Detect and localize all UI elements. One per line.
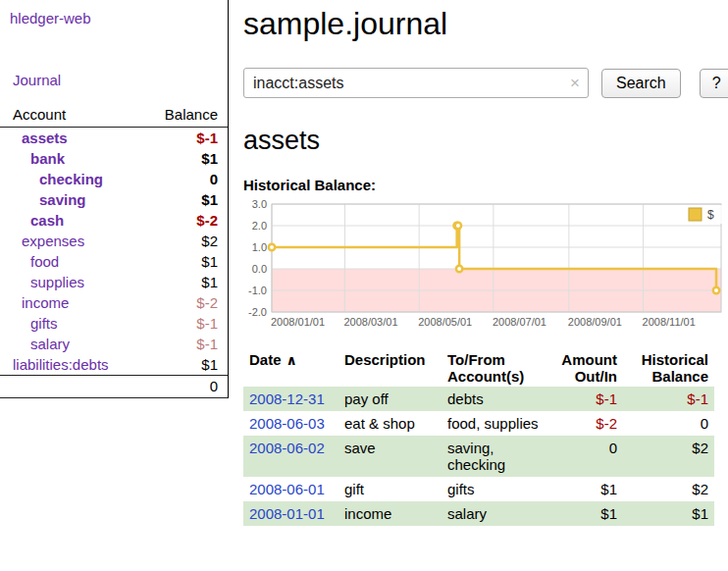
register-cell-description: save — [338, 436, 442, 477]
account-link[interactable]: salary — [30, 336, 70, 352]
register-cell-description: income — [338, 501, 442, 526]
register-row: 2008-06-01giftgifts$1$2 — [243, 477, 714, 501]
app-title-link[interactable]: hledger-web — [10, 10, 228, 26]
svg-text:-2.0: -2.0 — [248, 306, 267, 318]
accounts-total-row: 0 — [0, 376, 228, 398]
svg-text:2008/03/01: 2008/03/01 — [343, 316, 397, 328]
svg-text:3.0: 3.0 — [252, 198, 267, 210]
account-row: salary$-1 — [0, 334, 228, 354]
register-row: 2008-06-02savesaving, checking0$2 — [243, 436, 714, 477]
svg-text:-1.0: -1.0 — [248, 285, 267, 296]
search-input[interactable] — [243, 68, 589, 98]
app: hledger-web Journal Account Balance asse… — [0, 0, 728, 536]
search-box: × — [243, 68, 589, 98]
account-balance: $1 — [134, 251, 228, 272]
svg-text:2008/01/01: 2008/01/01 — [271, 316, 325, 328]
account-link[interactable]: liabilities:debts — [13, 356, 109, 373]
sidebar: hledger-web Journal Account Balance asse… — [0, 0, 229, 398]
account-balance: $1 — [134, 272, 228, 292]
search-button[interactable]: Search — [601, 69, 681, 98]
register-cell-description: eat & shop — [338, 411, 442, 436]
accounts-total-value: 0 — [134, 376, 228, 398]
register-col-amount: Amount Out/In — [552, 349, 623, 387]
transaction-date-link[interactable]: 2008-06-02 — [249, 440, 325, 456]
account-row: gifts$-1 — [0, 313, 228, 334]
register-cell-description: gift — [338, 477, 442, 501]
account-link[interactable]: bank — [30, 150, 65, 167]
accounts-total-spacer — [0, 376, 134, 398]
account-link[interactable]: saving — [39, 191, 86, 208]
register-row: 2008-12-31pay offdebts$-1$-1 — [243, 387, 714, 411]
svg-text:2008/09/01: 2008/09/01 — [568, 316, 622, 328]
svg-text:0.0: 0.0 — [252, 263, 267, 275]
transaction-date-link[interactable]: 2008-01-01 — [249, 505, 325, 522]
account-balance: $2 — [134, 231, 228, 251]
account-row: liabilities:debts$1 — [0, 354, 228, 376]
register-table: Date∧ Description To/From Account(s) Amo… — [243, 349, 714, 526]
chart-heading: Historical Balance: — [243, 177, 728, 193]
accounts-col-balance: Balance — [134, 104, 228, 128]
sidebar-item-journal[interactable]: Journal — [13, 72, 228, 88]
register-col-date[interactable]: Date∧ — [243, 349, 338, 387]
account-row: food$1 — [0, 251, 228, 272]
search-form: × Search ? — [243, 68, 728, 98]
register-col-balance: Historical Balance — [623, 349, 714, 387]
account-row: bank$1 — [0, 148, 228, 169]
account-row: cash$-2 — [0, 210, 228, 231]
account-link[interactable]: assets — [22, 130, 68, 146]
account-link[interactable]: supplies — [30, 274, 84, 290]
svg-text:2008/07/01: 2008/07/01 — [493, 316, 546, 328]
account-row: supplies$1 — [0, 272, 228, 292]
register-cell-date: 2008-12-31 — [243, 387, 338, 411]
account-row: assets$-1 — [0, 128, 228, 149]
register-cell-amount: $1 — [552, 477, 623, 501]
register-cell-accounts: debts — [442, 387, 552, 411]
account-balance: $1 — [134, 354, 228, 376]
account-heading: assets — [243, 126, 728, 156]
svg-text:$: $ — [707, 208, 714, 222]
register-col-date-label: Date — [249, 351, 282, 368]
register-cell-balance: $-1 — [623, 387, 714, 411]
transaction-date-link[interactable]: 2008-12-31 — [249, 390, 325, 407]
transaction-date-link[interactable]: 2008-06-03 — [249, 415, 325, 432]
register-cell-accounts: salary — [442, 501, 552, 526]
register-cell-amount: $1 — [552, 501, 623, 526]
clear-search-icon[interactable]: × — [570, 74, 580, 90]
account-balance: $-1 — [134, 334, 228, 354]
register-cell-accounts: food, supplies — [442, 411, 552, 436]
register-cell-amount: $-2 — [552, 411, 623, 436]
account-link[interactable]: checking — [39, 171, 103, 187]
register-col-description: Description — [338, 349, 442, 387]
main-content: sample.journal × Search ? assets Histori… — [229, 0, 728, 536]
account-balance: $-1 — [134, 313, 228, 334]
register-row: 2008-06-03eat & shopfood, supplies$-20 — [243, 411, 714, 436]
register-cell-amount: $-1 — [552, 387, 623, 411]
register-cell-balance: $1 — [623, 501, 714, 526]
account-balance: 0 — [134, 169, 228, 189]
register-cell-date: 2008-06-02 — [243, 436, 338, 477]
account-balance: $-1 — [134, 128, 228, 149]
svg-text:2.0: 2.0 — [252, 220, 267, 232]
account-link[interactable]: expenses — [22, 233, 84, 249]
transaction-date-link[interactable]: 2008-06-01 — [249, 481, 325, 497]
account-link[interactable]: income — [22, 294, 69, 311]
accounts-table: Account Balance assets$-1bank$1checking0… — [0, 104, 228, 398]
accounts-table-body: assets$-1bank$1checking0saving$1cash$-2e… — [0, 128, 228, 376]
register-cell-date: 2008-06-01 — [243, 477, 338, 501]
svg-text:1.0: 1.0 — [252, 241, 267, 253]
register-cell-amount: 0 — [552, 436, 623, 477]
page-title: sample.journal — [243, 6, 728, 42]
help-button[interactable]: ? — [700, 69, 728, 98]
account-link[interactable]: cash — [30, 212, 64, 229]
account-balance: $-2 — [134, 210, 228, 231]
register-row: 2008-01-01incomesalary$1$1 — [243, 501, 714, 526]
register-header-row: Date∧ Description To/From Account(s) Amo… — [243, 349, 714, 387]
register-cell-date: 2008-01-01 — [243, 501, 338, 526]
account-link[interactable]: gifts — [30, 315, 58, 332]
svg-text:2008/11/01: 2008/11/01 — [643, 316, 696, 328]
register-cell-balance: $2 — [623, 477, 714, 501]
account-link[interactable]: food — [30, 253, 59, 270]
register-cell-accounts: gifts — [442, 477, 552, 501]
register-col-tofrom: To/From Account(s) — [442, 349, 552, 387]
sort-ascending-icon: ∧ — [286, 352, 297, 368]
